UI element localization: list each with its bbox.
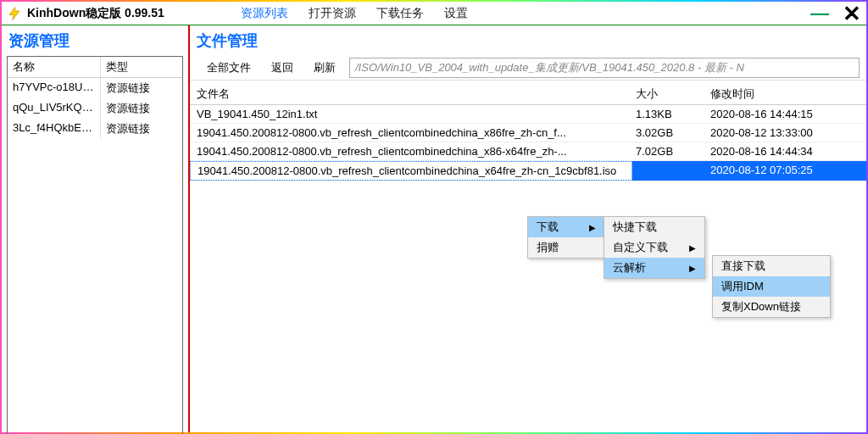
resource-name: qQu_LIV5rKQF... xyxy=(8,98,101,119)
menu-label: 云解析 xyxy=(613,260,646,275)
all-files-button[interactable]: 全部文件 xyxy=(197,58,261,77)
file-name: 19041.450.200812-0800.vb_refresh_clientc… xyxy=(190,142,632,160)
chevron-right-icon: ▶ xyxy=(689,243,696,253)
resource-row[interactable]: h7YVPc-o18U0...资源链接 xyxy=(8,78,182,98)
window-controls: — ✕ xyxy=(810,3,861,25)
resource-name: 3Lc_f4HQkbE_n... xyxy=(8,119,101,139)
menu-label: 复制XDown链接 xyxy=(721,299,801,314)
file-manager-title: 文件管理 xyxy=(190,25,866,56)
tab-settings[interactable]: 设置 xyxy=(444,6,468,21)
nav-tabs: 资源列表 打开资源 下载任务 设置 xyxy=(241,6,468,21)
menu-item[interactable]: 下载▶ xyxy=(528,217,604,237)
menu-item[interactable]: 快捷下载 xyxy=(604,217,704,237)
resource-type: 资源链接 xyxy=(101,119,182,139)
menu-item[interactable]: 捐赠 xyxy=(528,237,604,258)
minimize-button[interactable]: — xyxy=(810,4,829,23)
chevron-right-icon: ▶ xyxy=(589,223,596,232)
tab-resource-list[interactable]: 资源列表 xyxy=(241,6,288,21)
resource-table: 名称 类型 h7YVPc-o18U0...资源链接qQu_LIV5rKQF...… xyxy=(7,56,183,434)
menu-label: 调用IDM xyxy=(721,279,764,294)
menu-item[interactable]: 直接下载 xyxy=(713,256,830,276)
file-mtime: 2020-08-12 07:05:25 xyxy=(707,161,866,181)
file-row[interactable]: VB_19041.450_12in1.txt1.13KB2020-08-16 1… xyxy=(190,105,866,124)
file-name: 19041.450.200812-0800.vb_refresh_clientc… xyxy=(190,124,632,142)
col-name-header[interactable]: 名称 xyxy=(8,57,101,77)
menu-label: 捐赠 xyxy=(537,240,559,255)
resource-row[interactable]: 3Lc_f4HQkbE_n...资源链接 xyxy=(8,119,182,139)
path-input[interactable]: /ISO/Win10_VB_2004_with_update_集成更新/VB_1… xyxy=(349,58,860,78)
context-menu-2: 快捷下载自定义下载▶云解析▶ xyxy=(604,216,705,279)
back-button[interactable]: 返回 xyxy=(261,58,303,77)
file-size xyxy=(632,161,707,181)
file-row[interactable]: 19041.450.200812-0800.vb_refresh_clientc… xyxy=(190,142,866,161)
resource-type: 资源链接 xyxy=(101,98,182,119)
col-size-header[interactable]: 大小 xyxy=(632,84,707,104)
context-menu-1: 下载▶捐赠 xyxy=(527,216,605,259)
resource-manager-title: 资源管理 xyxy=(2,25,188,51)
menu-label: 直接下载 xyxy=(721,259,765,274)
menu-label: 下载 xyxy=(537,220,559,235)
file-size: 3.02GB xyxy=(632,124,707,142)
file-mtime: 2020-08-16 14:44:15 xyxy=(707,105,866,123)
menu-label: 快捷下载 xyxy=(613,220,657,235)
toolbar: 全部文件 返回 刷新 /ISO/Win10_VB_2004_with_updat… xyxy=(190,56,866,81)
app-icon xyxy=(7,6,22,21)
tab-open-resource[interactable]: 打开资源 xyxy=(309,6,356,21)
right-pane: 文件管理 全部文件 返回 刷新 /ISO/Win10_VB_2004_with_… xyxy=(190,25,866,432)
menu-label: 自定义下载 xyxy=(613,240,668,255)
close-button[interactable]: ✕ xyxy=(843,3,861,25)
app-title: KinhDown稳定版 0.99.51 xyxy=(27,6,164,21)
app-window: KinhDown稳定版 0.99.51 资源列表 打开资源 下载任务 设置 — … xyxy=(0,0,868,434)
resource-table-header: 名称 类型 xyxy=(8,57,182,78)
file-name: VB_19041.450_12in1.txt xyxy=(190,105,632,123)
col-mtime-header[interactable]: 修改时间 xyxy=(707,84,866,104)
col-type-header[interactable]: 类型 xyxy=(101,57,182,77)
tab-download-tasks[interactable]: 下载任务 xyxy=(376,6,424,21)
file-mtime: 2020-08-16 14:44:34 xyxy=(707,142,866,160)
file-name: 19041.450.200812-0800.vb_refresh_clientc… xyxy=(190,161,632,181)
titlebar: KinhDown稳定版 0.99.51 资源列表 打开资源 下载任务 设置 — … xyxy=(2,2,866,25)
refresh-button[interactable]: 刷新 xyxy=(303,58,346,77)
resource-type: 资源链接 xyxy=(101,78,182,98)
menu-item[interactable]: 复制XDown链接 xyxy=(713,297,830,317)
resource-name: h7YVPc-o18U0... xyxy=(8,78,101,98)
menu-item[interactable]: 调用IDM xyxy=(713,276,830,297)
menu-item[interactable]: 云解析▶ xyxy=(604,258,704,278)
file-row[interactable]: 19041.450.200812-0800.vb_refresh_clientc… xyxy=(190,161,866,181)
file-size: 1.13KB xyxy=(632,105,707,123)
col-filename-header[interactable]: 文件名 xyxy=(190,84,632,104)
file-row[interactable]: 19041.450.200812-0800.vb_refresh_clientc… xyxy=(190,124,866,142)
context-menu-3: 直接下载调用IDM复制XDown链接 xyxy=(712,255,831,318)
left-pane: 资源管理 名称 类型 h7YVPc-o18U0...资源链接qQu_LIV5rK… xyxy=(2,25,190,432)
file-size: 7.02GB xyxy=(632,142,707,160)
file-mtime: 2020-08-12 13:33:00 xyxy=(707,124,866,142)
file-table-header: 文件名 大小 修改时间 xyxy=(190,81,866,105)
chevron-right-icon: ▶ xyxy=(689,264,696,273)
resource-row[interactable]: qQu_LIV5rKQF...资源链接 xyxy=(8,98,182,119)
menu-item[interactable]: 自定义下载▶ xyxy=(604,237,704,258)
body: 资源管理 名称 类型 h7YVPc-o18U0...资源链接qQu_LIV5rK… xyxy=(2,25,866,432)
